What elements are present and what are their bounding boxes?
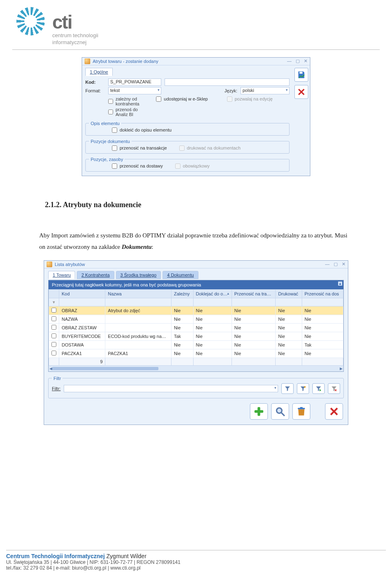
save-button[interactable] [294,68,308,82]
cell-przenosic-dos: Nie [302,349,343,358]
col-select-all[interactable] [49,289,59,298]
dlg1-titlebar[interactable]: Atrybut towaru - zostanie dodany — ▢ ✕ [82,58,310,65]
col-przenosic-tra[interactable]: Przenosić na tra… [232,289,276,298]
footer-company-tail: Zygmunt Wilder [105,553,147,559]
dlg2-titlebar[interactable]: Lista atrybutów — ▢ ✕ [44,261,348,268]
row-checkbox[interactable] [49,306,59,315]
chk-zalezny[interactable] [108,99,113,104]
minimize-icon[interactable]: — [287,58,292,64]
filter-clear-button[interactable] [328,383,340,394]
legend-filtr: Filtr [52,376,62,381]
row-checkbox[interactable] [49,332,59,340]
close-icon[interactable]: ✕ [342,262,345,267]
table-row[interactable]: BUYERITEMCODEECOD-kod produktu wg na…Tak… [49,332,343,340]
tab-srodka[interactable]: 3 Środka trwałego [116,271,161,279]
row-checkbox[interactable] [49,349,59,358]
cell-nazwa: ECOD-kod produktu wg na… [105,332,172,340]
cell-kod: NAZWA [59,315,105,323]
cell-przenosic-dos: Nie [302,323,343,332]
grid-filter-row[interactable]: ▾ [49,298,343,306]
cell-doklejac: Nie [193,349,232,358]
tab-towaru[interactable]: 1 Towaru [48,271,75,279]
col-doklejac[interactable]: Doklejać do o… [193,289,232,298]
table-row[interactable]: PACZKA1PACZKA1NieNieNieNieNie [49,349,343,358]
close-button[interactable] [325,403,343,420]
grid-footer-row: 9 [49,358,343,365]
cell-zalezny: Nie [171,349,193,358]
filter-builder-button[interactable] [297,383,309,394]
action-bar [46,401,346,423]
input-kod[interactable]: S_PR_POWIAZANE [108,78,161,86]
grid-wrapper: Przeciągnij tutaj nagłówek kolumny, jeśl… [48,280,344,372]
table-row[interactable]: DOSTAWANieNieNieNieTak [49,340,343,349]
paragraph: Aby Import zamówień z systemu B2B do OPT… [39,230,353,253]
delete-button[interactable] [292,403,310,420]
scroll-up-icon[interactable]: ▲ [338,282,342,286]
combo-jezyk[interactable]: polski [241,87,290,94]
dlg1-title: Atrybut towaru - zostanie dodany [93,59,158,64]
cti-emblem [16,4,45,38]
row-checkbox[interactable] [49,315,59,323]
maximize-icon[interactable]: ▢ [296,58,300,64]
label-format: Format: [85,88,105,93]
col-drukowac[interactable]: Drukować [276,289,302,298]
cell-nazwa [105,315,172,323]
chk-przenosic-dost[interactable] [112,163,117,169]
chk-przenosic-dost-label: przenosić na dostawy [120,163,163,168]
grid-horizontal-scrollbar[interactable]: ◀ ▶ [49,366,343,371]
cell-przenosic-dos: Nie [302,315,343,323]
scroll-right-icon[interactable]: ▶ [340,367,343,371]
filter-run-button[interactable] [312,383,325,394]
col-nazwa[interactable]: Nazwa [105,289,172,298]
close-icon[interactable]: ✕ [304,58,307,64]
dlg-atrybut-towaru: Atrybut towaru - zostanie dodany — ▢ ✕ 1… [82,57,310,176]
maximize-icon[interactable]: ▢ [334,262,338,267]
chk-przenosic-trans[interactable] [112,145,117,151]
grid-group-label: Przeciągnij tutaj nagłówek kolumny, jeśl… [52,282,201,287]
col-kod[interactable]: Kod [59,289,105,298]
cell-przenosic-dos: Tak [302,340,343,349]
input-kod-extra[interactable] [165,78,290,86]
header-divider [12,49,380,50]
scroll-left-icon[interactable]: ◀ [49,367,52,371]
chk-drukowac [179,145,185,151]
chk-dokleic[interactable] [112,127,117,133]
tab-dokumentu[interactable]: 4 Dokumentu [163,271,198,279]
para-t2: : [151,244,153,250]
row-checkbox[interactable] [49,340,59,349]
cell-przenosic-tra: Nie [232,349,276,358]
cti-subtitle: centrum technologii informatycznej [52,32,98,46]
tab-ogolne[interactable]: 1 Ogólne [85,68,113,76]
cell-przenosic-tra: Nie [232,332,276,340]
col-przenosic-dos[interactable]: Przenosić na dos [302,289,343,298]
cell-doklejac: Nie [193,323,232,332]
cancel-button[interactable] [294,85,308,99]
grid-group-zone[interactable]: Przeciągnij tutaj nagłówek kolumny, jeśl… [49,280,343,289]
svg-line-5 [281,413,285,416]
combo-filtr[interactable] [64,385,278,392]
chk-przenos-bi[interactable] [108,110,113,114]
combo-format[interactable]: tekst [108,87,161,94]
filter-funnel-icon[interactable]: ▾ [49,298,59,306]
minimize-icon[interactable]: — [325,262,330,267]
window-icon [85,58,90,64]
table-row[interactable]: NAZWANieNieNieNieNie [49,315,343,323]
table-row[interactable]: OBRAZ ZESTAWNieNieNieNieNie [49,323,343,332]
row-checkbox[interactable] [49,323,59,332]
col-zalezny[interactable]: Zależny [171,289,193,298]
filter-apply-button[interactable] [281,383,294,394]
cti-logo-text: cti centrum technologii informatycznej [52,4,98,46]
svg-point-1 [304,386,306,388]
group-filtr: Filtr Filtr: [48,376,344,398]
legend-pozzas: Pozycje, zasoby [89,157,125,162]
tab-srodka-label: 3 Środka trwałego [120,273,157,277]
label-filtr-text: Filtr: [52,386,60,391]
cell-drukowac: Nie [276,332,302,340]
add-button[interactable] [250,403,268,420]
scroll-thumb[interactable] [52,367,158,370]
chk-zalezny-label: zależny od kontrahenta [116,96,148,106]
chk-udostepniaj[interactable] [156,96,161,102]
view-button[interactable] [271,403,289,420]
tab-kontrahenta[interactable]: 2 Kontrahenta [77,271,114,279]
table-row[interactable]: OBRAZAtrybut do zdjęćNieNieNieNieNie [49,306,343,315]
